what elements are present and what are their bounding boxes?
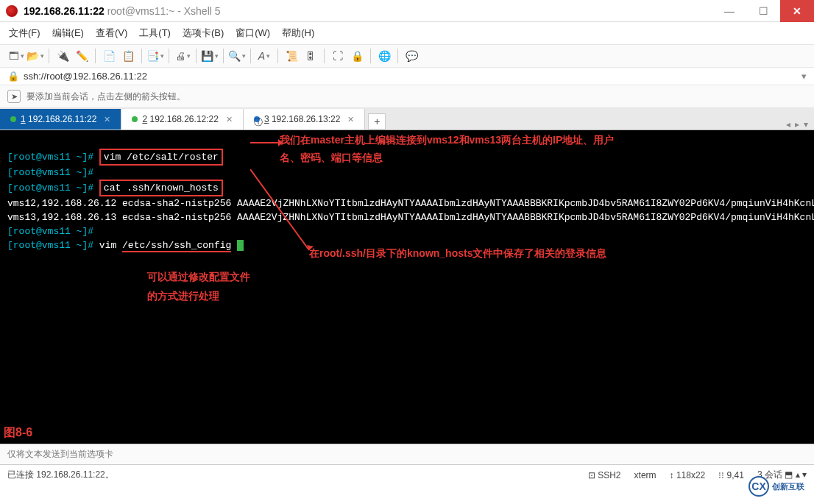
tab-menu-icon[interactable]: ▾	[804, 119, 808, 129]
titlebar: 192.168.26.11:22 root@vms11:~ - Xshell 5…	[0, 0, 814, 22]
annotation-3-line1: 可以通过修改配置文件	[147, 270, 250, 284]
menu-help[interactable]: 帮助(H)	[282, 26, 314, 40]
status-term-type: xterm	[634, 470, 656, 480]
open-session-icon[interactable]: 📂	[26, 48, 44, 64]
tab-prev-icon[interactable]: ◂	[786, 119, 790, 129]
status-protocol: SSH2	[598, 470, 620, 480]
tab1-close-icon[interactable]: ✕	[104, 115, 110, 124]
prompt: [root@vms11 ~]#	[7, 182, 93, 194]
logo-text: 创新互联	[772, 481, 804, 492]
lock-icon[interactable]: 🔒	[348, 48, 366, 64]
prompt: [root@vms11 ~]#	[7, 152, 93, 163]
menu-window[interactable]: 窗口(W)	[236, 26, 270, 40]
minimize-button[interactable]: —	[712, 0, 746, 22]
title-ip: 192.168.26.11:22	[24, 5, 105, 17]
chat-icon[interactable]: 💬	[403, 48, 420, 64]
script-icon[interactable]: 📜	[283, 48, 300, 64]
logo-circle-icon: CX	[748, 476, 769, 497]
prompt: [root@vms11 ~]#	[7, 167, 93, 178]
status-winsize: 118x22	[676, 470, 705, 480]
tab2-close-icon[interactable]: ✕	[226, 115, 233, 124]
status-size-icon: ↕	[670, 470, 674, 480]
dashboard-icon[interactable]: 🎛	[302, 48, 319, 64]
menu-file[interactable]: 文件(F)	[9, 26, 40, 40]
menu-edit[interactable]: 编辑(E)	[52, 26, 84, 40]
print-icon[interactable]: 🖨	[174, 48, 191, 64]
highlighted-command: cat .ssh/known_hosts	[99, 180, 223, 196]
menu-tabs[interactable]: 选项卡(B)	[183, 26, 224, 40]
terminal-output: vms13,192.168.26.13 ecdsa-sha2-nistp256 …	[7, 212, 814, 223]
reconnect-icon[interactable]: 🔌	[54, 48, 71, 64]
status-cursor-pos: 9,41	[727, 470, 744, 480]
highlighted-command: vim /etc/salt/roster	[99, 149, 223, 166]
watermark-logo: CX 创新互联	[743, 473, 810, 500]
prompt: [root@vms11 ~]#	[7, 240, 93, 251]
status-cursor-icon: ⁝⁝	[718, 470, 724, 480]
edit-icon[interactable]: ✏️	[73, 48, 91, 64]
window-title: 192.168.26.11:22 root@vms11:~ - Xshell 5	[24, 5, 221, 17]
annotation-1-line2: 名、密码、端口等信息	[280, 151, 383, 165]
menubar: 文件(F) 编辑(E) 查看(V) 工具(T) 选项卡(B) 窗口(W) 帮助(…	[0, 22, 814, 45]
tab3-idx: 3	[264, 114, 269, 124]
close-button[interactable]: ✕	[780, 0, 814, 22]
tab1-label: 192.168.26.11:22	[28, 114, 96, 124]
terminal[interactable]: [root@vms11 ~]# vim /etc/salt/roster [ro…	[0, 130, 814, 444]
tab-status-info-icon: ⓘ	[254, 116, 260, 122]
font-icon[interactable]: A	[255, 48, 273, 64]
cmd-prefix: vim	[99, 240, 122, 251]
tab-bar: 1 192.168.26.11:22 ✕ 2 192.168.26.12:22 …	[0, 108, 814, 130]
new-session-icon[interactable]: 🗔	[7, 48, 25, 64]
compose-bar[interactable]: 仅将文本发送到当前选项卡	[0, 444, 814, 464]
tab3-label: 192.168.26.13:22	[272, 114, 340, 124]
maximize-button[interactable]: ☐	[746, 0, 780, 22]
address-text: ssh://root@192.168.26.11:22	[24, 71, 147, 82]
fullscreen-icon[interactable]: ⛶	[329, 48, 347, 64]
svg-line-2	[250, 169, 309, 250]
figure-label: 图8-6	[4, 425, 32, 439]
tab3-close-icon[interactable]: ✕	[347, 115, 354, 124]
tab-status-dot-icon	[132, 116, 138, 122]
address-bar[interactable]: 🔒 ssh://root@192.168.26.11:22 ▾	[0, 68, 814, 85]
terminal-output: vms12,192.168.26.12 ecdsa-sha2-nistp256 …	[7, 198, 814, 209]
menu-view[interactable]: 查看(V)	[96, 26, 127, 40]
tab-1[interactable]: 1 192.168.26.11:22 ✕	[0, 109, 121, 129]
app-icon	[6, 5, 18, 17]
globe-icon[interactable]: 🌐	[375, 48, 393, 64]
cursor-icon	[237, 240, 244, 251]
prompt: [root@vms11 ~]#	[7, 226, 93, 237]
title-rest: root@vms11:~ - Xshell 5	[105, 5, 221, 17]
save-icon[interactable]: 💾	[201, 48, 219, 64]
arrow-icon	[250, 138, 283, 148]
toolbar: 🗔 📂 🔌 ✏️ 📄 📋 📑 🖨 💾 🔍 A 📜 🎛 ⛶ 🔒 🌐 💬	[0, 45, 814, 68]
annotation-2: 在root/.ssh/目录下的known_hosts文件中保存了相关的登录信息	[309, 246, 606, 260]
address-dropdown-icon[interactable]: ▾	[801, 71, 807, 82]
status-connection: 已连接 192.168.26.11:22。	[7, 469, 114, 481]
menu-tools[interactable]: 工具(T)	[139, 26, 171, 40]
arrow-icon	[250, 166, 471, 254]
add-tab-button[interactable]: +	[368, 113, 386, 129]
annotation-1-line1: 我们在master主机上编辑连接到vms12和vms13两台主机的IP地址、用户	[280, 133, 614, 147]
compose-placeholder: 仅将文本发送到当前选项卡	[7, 449, 113, 459]
hint-bar: ➤ 要添加当前会话，点击左侧的箭头按钮。	[0, 85, 814, 108]
properties-icon[interactable]: 📄	[100, 48, 118, 64]
tab-2[interactable]: 2 192.168.26.12:22 ✕	[121, 109, 243, 129]
add-session-hint-icon[interactable]: ➤	[7, 90, 21, 103]
underlined-path: /etc/ssh/ssh_config	[122, 240, 231, 252]
tab-next-icon[interactable]: ▸	[795, 119, 799, 129]
tab-status-dot-icon	[10, 116, 16, 122]
clipboard-icon[interactable]: 📋	[119, 48, 137, 64]
copy-icon[interactable]: 📑	[146, 48, 164, 64]
lock-small-icon: 🔒	[7, 71, 19, 82]
status-bar: 已连接 192.168.26.11:22。 ⊡ SSH2 xterm ↕ 118…	[0, 464, 814, 485]
tab1-idx: 1	[21, 114, 26, 124]
find-icon[interactable]: 🔍	[228, 48, 246, 64]
hint-text: 要添加当前会话，点击左侧的箭头按钮。	[26, 90, 185, 103]
tab-3[interactable]: ⓘ 3 192.168.26.13:22 ✕	[244, 109, 365, 129]
annotation-3-line2: 的方式进行处理	[147, 289, 219, 303]
status-proto-icon: ⊡	[588, 470, 595, 480]
tab2-label: 192.168.26.12:22	[149, 114, 218, 124]
tab2-idx: 2	[142, 114, 147, 124]
